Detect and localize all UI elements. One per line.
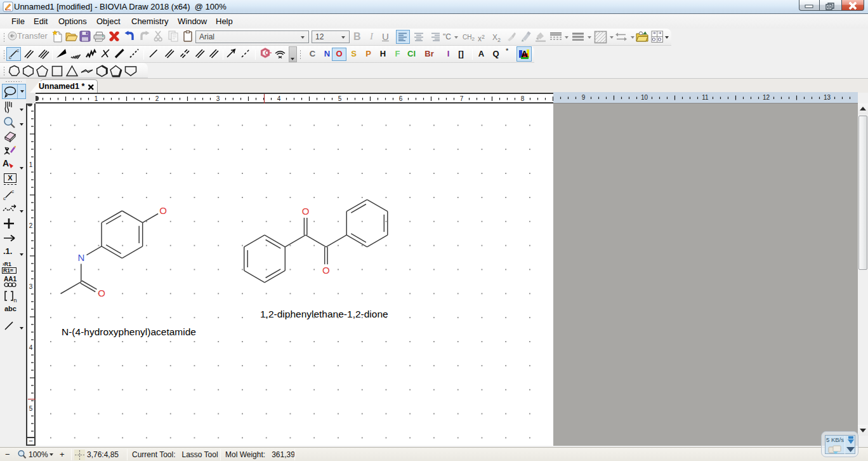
svg-text:11: 11 xyxy=(702,94,709,101)
svg-text:AA1: AA1 xyxy=(4,276,16,283)
svg-text:2: 2 xyxy=(29,222,33,229)
svg-text:R1=: R1= xyxy=(3,267,13,274)
svg-text:4: 4 xyxy=(29,344,33,351)
svg-text:3: 3 xyxy=(29,283,33,290)
svg-text:8: 8 xyxy=(521,95,525,102)
svg-text:3: 3 xyxy=(216,95,220,102)
svg-text:1: 1 xyxy=(95,95,98,102)
svg-text:13: 13 xyxy=(824,94,831,101)
svg-text:5: 5 xyxy=(29,405,33,412)
svg-text:c: c xyxy=(9,55,11,60)
svg-text:5: 5 xyxy=(338,95,342,102)
svg-text:c: c xyxy=(11,189,14,194)
svg-text:6: 6 xyxy=(399,95,403,102)
svg-text:N: N xyxy=(77,252,84,263)
svg-text:c: c xyxy=(3,196,6,201)
svg-text:A: A xyxy=(522,49,528,59)
svg-text:1: 1 xyxy=(29,161,33,168)
svg-text:12: 12 xyxy=(763,94,770,101)
svg-text:4: 4 xyxy=(277,95,281,102)
svg-text:O: O xyxy=(159,205,167,216)
svg-text:c: c xyxy=(16,48,19,53)
svg-text:10: 10 xyxy=(641,94,648,101)
svg-text:O: O xyxy=(302,206,310,217)
svg-text:7: 7 xyxy=(460,95,464,102)
svg-text:›R1: ›R1 xyxy=(3,261,11,267)
svg-text:O: O xyxy=(322,265,330,276)
svg-text:2: 2 xyxy=(155,95,159,102)
svg-text:O: O xyxy=(98,288,105,298)
svg-text:n: n xyxy=(14,297,17,304)
svg-text:9: 9 xyxy=(582,94,586,101)
